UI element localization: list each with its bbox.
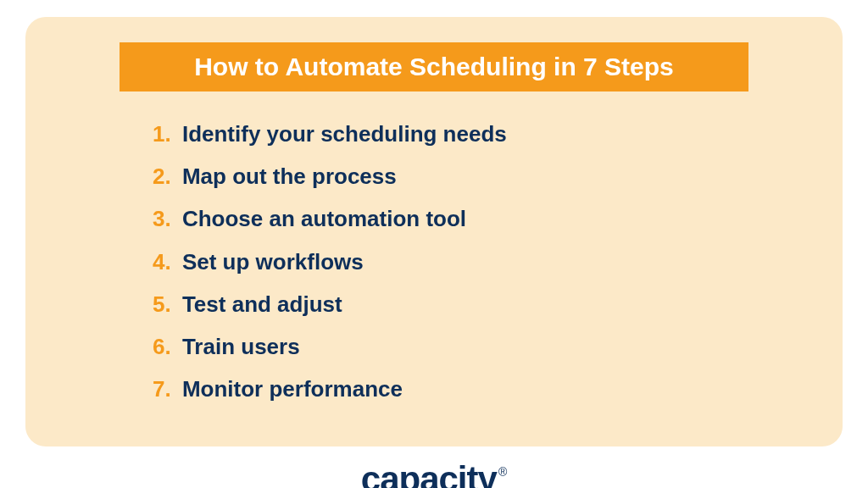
step-text: Monitor performance [182, 376, 403, 402]
step-text: Train users [182, 334, 300, 359]
logo-text: capacity [361, 462, 497, 488]
list-item: 3. Choose an automation tool [153, 200, 792, 237]
card-title: How to Automate Scheduling in 7 Steps [194, 53, 674, 80]
registered-mark: ® [498, 465, 507, 479]
list-item: 6. Train users [153, 328, 792, 365]
info-card: How to Automate Scheduling in 7 Steps 1.… [25, 17, 843, 446]
list-item: 1. Identify your scheduling needs [153, 115, 792, 152]
step-number: 2. [153, 164, 171, 189]
list-item: 7. Monitor performance [153, 370, 792, 408]
step-number: 3. [153, 206, 171, 231]
step-number: 5. [153, 291, 171, 317]
list-item: 4. Set up workflows [153, 243, 792, 280]
step-number: 4. [153, 249, 171, 274]
logo: capacity ® [361, 462, 507, 488]
step-number: 7. [153, 376, 171, 402]
step-text: Set up workflows [182, 249, 364, 274]
step-text: Test and adjust [182, 291, 342, 317]
step-number: 1. [153, 121, 171, 147]
step-number: 6. [153, 334, 171, 359]
list-item: 2. Map out the process [153, 158, 792, 195]
title-banner: How to Automate Scheduling in 7 Steps [120, 42, 749, 92]
step-text: Identify your scheduling needs [182, 121, 507, 147]
step-text: Map out the process [182, 164, 397, 189]
steps-list: 1. Identify your scheduling needs 2. Map… [76, 115, 792, 408]
list-item: 5. Test and adjust [153, 286, 792, 323]
step-text: Choose an automation tool [182, 206, 466, 231]
